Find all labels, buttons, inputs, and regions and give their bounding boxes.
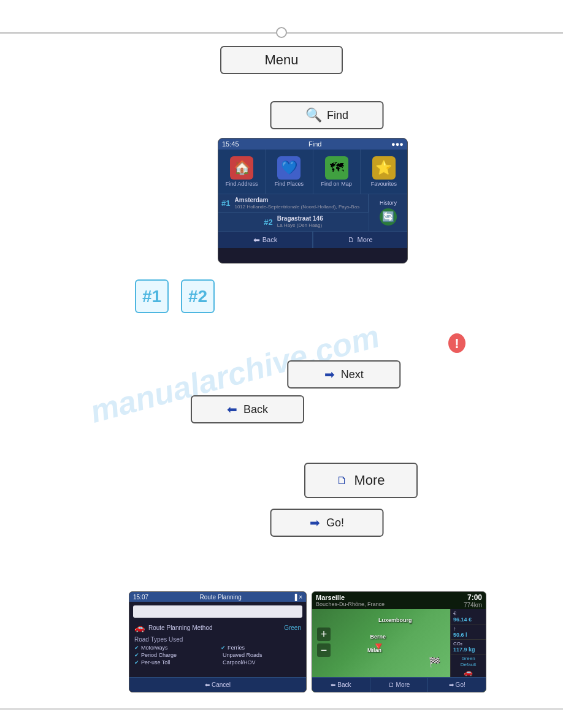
carpool-label: Carpool/HOV (223, 659, 256, 665)
map-flag: 🏁 (429, 656, 441, 668)
map-city: Marseille (316, 594, 464, 601)
route-input-bar[interactable] (133, 605, 302, 618)
history-label: History (380, 200, 397, 206)
find-places-label: Find Places (275, 181, 304, 188)
history-num-2: #2 (264, 218, 272, 227)
map-header-right: 7:00 774km (464, 593, 482, 609)
badge-1-label: #1 (142, 287, 161, 306)
find-history-2[interactable]: #2 Bragastraat 146 La Haye (Den Haag) (218, 213, 369, 230)
more-label: More (354, 472, 385, 488)
map-go-btn[interactable]: ➡ Go! (428, 678, 486, 692)
history-sub-2: La Haye (Den Haag) (277, 222, 323, 229)
road-types-grid: ✔ Motorways ✔ Ferries ✔ Period Charge Un… (134, 645, 301, 665)
more-page-icon: 🗋 (337, 474, 348, 487)
back-arrow-icon: ⬅ (227, 402, 237, 417)
road-type-per-use-toll: ✔ Per-use Toll (134, 659, 215, 665)
back-button[interactable]: ⬅ Back (191, 395, 304, 423)
find-history-area: #1 Amsterdam 1012 Hollande-Septentrional… (218, 194, 407, 231)
map-more-label: More (396, 681, 410, 688)
road-type-period-charge: ✔ Period Charge (134, 652, 215, 658)
co2-icon: CO₂ (453, 641, 483, 646)
motorways-check-icon: ✔ (134, 645, 139, 651)
next-arrow-icon: ➡ (324, 367, 335, 382)
fuel-icon: ↑ (453, 626, 483, 632)
find-screen-footer: ⬅ Back 🗋 More (218, 231, 407, 248)
more-button[interactable]: 🗋 More (304, 463, 418, 498)
badge-2: #2 (181, 279, 215, 313)
history-sidebar: History 🔄 (369, 194, 407, 231)
find-screen: 15:45 Find ●●● 🏠 Find Address 💙 Find Pla… (218, 138, 408, 264)
road-type-ferries: ✔ Ferries (221, 645, 301, 651)
map-go-label: Go! (456, 681, 465, 688)
badge-1: #1 (135, 279, 169, 313)
find-screen-dots: ●●● (391, 140, 404, 148)
find-magnifier-icon: 🔍 (305, 107, 322, 123)
map-label-berne: Berne (370, 634, 386, 640)
map-screen: Marseille Bouches-Du-Rhône, France 7:00 … (312, 591, 486, 692)
find-back-btn[interactable]: ⬅ Back (218, 232, 313, 248)
next-button[interactable]: ➡ Next (287, 360, 400, 389)
map-zoom-out-button[interactable]: − (317, 643, 331, 657)
menu-label: Menu (264, 52, 298, 68)
period-check-icon: ✔ (134, 652, 139, 658)
map-more-btn[interactable]: 🗋 More (370, 678, 429, 692)
find-map-label: Find on Map (321, 181, 352, 188)
warning-icon: ! (446, 330, 468, 362)
top-circle (276, 27, 287, 38)
motorways-label: Motorways (141, 645, 168, 651)
road-type-unpaved: Unpaved Roads (221, 652, 301, 658)
badge-2-label: #2 (188, 287, 207, 306)
find-more-btn[interactable]: 🗋 More (313, 232, 407, 248)
route-method-label: Route Planning Method (148, 624, 213, 631)
go-button[interactable]: ➡ Go! (270, 509, 384, 537)
map-distance: 774km (464, 602, 482, 609)
route-planning-screen: 15:07 Route Planning ▐ × 🚗 Route Plannin… (129, 591, 307, 692)
find-screen-icons: 🏠 Find Address 💙 Find Places 🗺 Find on M… (218, 150, 407, 194)
find-address-icon: 🏠 (230, 156, 253, 180)
route-method-row: 🚗 Route Planning Method Green (129, 621, 306, 634)
find-address-label: Find Address (226, 181, 258, 188)
map-header-info: Marseille Bouches-Du-Rhône, France (316, 594, 464, 607)
route-road-types-area: Road Types Used ✔ Motorways ✔ Ferries ✔ … (129, 634, 306, 668)
route-title: Route Planning (199, 594, 241, 601)
map-sidebar-right: € 96.14 € ↑ 50.6 l CO₂ 117.9 kg Green De… (450, 609, 486, 677)
find-screen-time: 15:45 (222, 140, 239, 148)
find-map-icon: 🗺 (325, 156, 348, 180)
route-time: 15:07 (133, 594, 148, 601)
map-co2-value: 117.9 kg (453, 646, 483, 653)
route-cancel-arrow-icon: ⬅ (205, 681, 210, 688)
history-text-1: Amsterdam 1012 Hollande-Septentrionale (… (234, 196, 359, 210)
route-car-icon: 🚗 (134, 623, 145, 632)
map-sub: Bouches-Du-Rhône, France (316, 601, 464, 607)
find-back-arrow-icon: ⬅ (253, 235, 260, 245)
find-icon-map[interactable]: 🗺 Find on Map (313, 150, 361, 194)
map-label-luxembourg: Luxembourg (378, 617, 412, 623)
route-footer: ⬅ Cancel (129, 677, 306, 692)
map-more-page-icon: 🗋 (388, 681, 394, 688)
find-button[interactable]: 🔍 Find (270, 101, 384, 129)
map-bottom-info: Green Default 🚗 (451, 654, 486, 678)
map-stat-fuel: ↑ 50.6 l (451, 624, 486, 640)
map-stat-cost: € 96.14 € (451, 609, 486, 624)
find-icon-address[interactable]: 🏠 Find Address (218, 150, 266, 194)
find-screen-title: Find (308, 140, 321, 148)
route-header: 15:07 Route Planning ▐ × (129, 592, 306, 602)
map-header: Marseille Bouches-Du-Rhône, France 7:00 … (312, 592, 486, 609)
next-label: Next (341, 368, 364, 381)
map-fuel-value: 50.6 l (453, 632, 483, 638)
find-icon-places[interactable]: 💙 Find Places (266, 150, 313, 194)
find-back-label: Back (262, 236, 277, 243)
ferries-check-icon: ✔ (221, 645, 226, 651)
menu-button[interactable]: Menu (220, 46, 343, 74)
find-history-1[interactable]: #1 Amsterdam 1012 Hollande-Septentrional… (218, 194, 369, 213)
find-icon-favourites[interactable]: ⭐ Favourites (361, 150, 407, 194)
route-cancel-label: Cancel (212, 681, 231, 688)
history-city-2: Bragastraat 146 (277, 214, 323, 222)
map-body: + − Luxembourg Berne Milan 🔻 🏁 (312, 609, 450, 677)
map-zoom-in-button[interactable]: + (317, 628, 331, 641)
back-label: Back (243, 403, 268, 416)
badge-icons-area: #1 #2 (135, 279, 215, 313)
map-back-btn[interactable]: ⬅ Back (312, 678, 370, 692)
route-cancel-btn[interactable]: ⬅ Cancel (129, 678, 306, 692)
map-time: 7:00 (467, 593, 482, 602)
